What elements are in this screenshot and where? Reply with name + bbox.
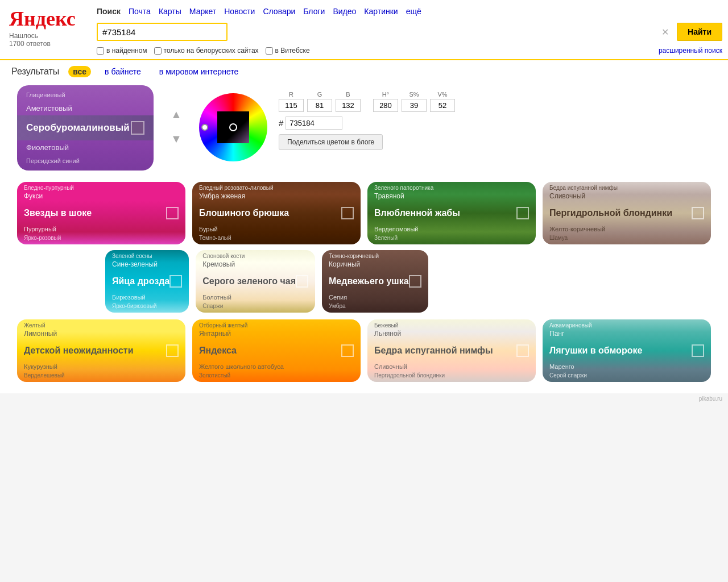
filter-belorussian[interactable]: только на белорусских сайтах <box>154 47 259 55</box>
swatch-card[interactable]: Зеленой сосны Сине-зеленый Яйца дрозда Б… <box>105 250 189 313</box>
swatch-top-label: Темно-коричневый <box>322 250 428 260</box>
nav-market[interactable]: Маркет <box>189 7 216 16</box>
tab-world[interactable]: в мировом интернете <box>155 66 243 77</box>
yandex-logo: Яндекс <box>9 7 82 31</box>
swatch-main-label: Детской неожиданности <box>17 339 185 362</box>
swatches-row1: Бледно-пурпурный Фукси Звезды в шоке Пур… <box>11 182 717 250</box>
advanced-search-link[interactable]: расширенный поиск <box>659 47 722 55</box>
swatch-top-label: Бледный розовато-лиловый <box>192 182 361 192</box>
swatch-color-box <box>516 344 529 357</box>
v-group: V% <box>430 91 455 112</box>
color-name-glycine[interactable]: Глициниевый <box>17 89 154 101</box>
nav-images[interactable]: Картинки <box>364 7 398 16</box>
swatch-card[interactable]: Темно-коричневый Коричный Медвежьего ушк… <box>322 250 428 313</box>
color-name-persian[interactable]: Персидский синий <box>17 155 154 167</box>
swatch-card[interactable]: Бледный розовато-лиловый Умбра жженая Бл… <box>192 182 361 244</box>
swatch-main-label: Лягушки в обмороке <box>543 339 711 362</box>
color-picker-section: Глициниевый Аметистовый Серобуромалиновы… <box>11 85 717 171</box>
color-wheel-wrap[interactable] <box>199 93 267 161</box>
g-input[interactable] <box>307 99 332 112</box>
swatch-color-box <box>341 207 354 219</box>
swatch-mid-label: Панг <box>543 330 711 339</box>
swatch-main-label: Яйца дрозда <box>105 269 189 293</box>
swatch-card[interactable]: Зеленого папоротника Травяной Влюбленной… <box>367 182 536 244</box>
tab-all[interactable]: все <box>68 66 91 77</box>
swatch-bottom-label: Желтого школьного автобуса <box>192 362 361 372</box>
swatch-color-box <box>409 275 421 288</box>
results-label: Результаты <box>11 66 59 77</box>
swatch-lowest-label: Шамуа <box>543 235 711 244</box>
swatch-lowest-label: Темно-алый <box>192 235 361 244</box>
swatch-lowest-label: Зеленый <box>367 235 536 244</box>
color-name-violet[interactable]: Фиолетовый <box>17 140 154 155</box>
swatch-lowest-label: Умбра <box>322 303 428 313</box>
nav-mail[interactable]: Почта <box>129 7 151 16</box>
swatch-bottom-label: Пурпурный <box>17 225 185 235</box>
swatch-card[interactable]: Слоновой кости Кремовый Серого зеленого … <box>196 250 315 313</box>
v-input[interactable] <box>430 99 455 112</box>
arrow-down-icon[interactable]: ▼ <box>171 132 182 146</box>
nav-news[interactable]: Новости <box>224 7 255 16</box>
swatch-lowest-label: Золотистый <box>192 372 361 382</box>
swatch-bottom-label: Кукурузный <box>17 362 185 372</box>
swatch-card[interactable]: Аквамариновый Панг Лягушки в обмороке Ма… <box>543 319 711 382</box>
swatch-bottom-label: Болотный <box>196 293 315 303</box>
r-input[interactable] <box>279 99 304 112</box>
swatch-top-label: Зеленой сосны <box>105 250 189 260</box>
s-input[interactable] <box>402 99 427 112</box>
b-group: B <box>336 91 361 112</box>
swatch-lowest-label: Ярко-розовый <box>17 235 185 244</box>
swatch-card[interactable]: Бедра испуганной нимфы Сливочный Пергидр… <box>543 182 711 244</box>
nav-blogs[interactable]: Блоги <box>303 7 325 16</box>
swatch-lowest-label: Верделешевый <box>17 372 185 382</box>
swatch-main-label: Влюбленной жабы <box>367 201 536 225</box>
swatch-top-label: Желтый <box>17 319 185 330</box>
swatch-mid-label: Фукси <box>17 192 185 201</box>
nav-search[interactable]: Поиск <box>97 7 121 16</box>
arrow-up-icon[interactable]: ▲ <box>171 108 182 121</box>
swatch-card[interactable]: Желтый Лимонный Детской неожиданности Ку… <box>17 319 185 382</box>
nav-more[interactable]: ещё <box>406 7 421 16</box>
color-name-main[interactable]: Серобуромалиновый <box>17 115 154 140</box>
nav-maps[interactable]: Карты <box>159 7 181 16</box>
swatch-lowest-label: Ярко-бирюзовый <box>105 303 189 313</box>
h-group: H° <box>373 91 398 112</box>
swatch-bottom-label: Вердепомовый <box>367 225 536 235</box>
filter-found[interactable]: в найденном <box>97 47 147 55</box>
clear-icon[interactable]: ✕ <box>661 27 669 38</box>
swatch-mid-label: Льняной <box>367 330 536 339</box>
hex-input[interactable] <box>286 117 342 130</box>
nav-dicts[interactable]: Словари <box>263 7 295 16</box>
h-input[interactable] <box>373 99 398 112</box>
s-group: S% <box>402 91 427 112</box>
swatch-main-label: Медвежьего ушка <box>322 269 428 293</box>
search-input[interactable] <box>97 23 228 41</box>
filter-city[interactable]: в Витебске <box>266 47 310 55</box>
logo-area: Яндекс Нашлось 1700 ответов <box>0 3 91 53</box>
r-group: R <box>279 91 304 112</box>
search-button[interactable]: Найти <box>677 23 722 41</box>
color-arrows: ▲ ▼ <box>165 85 188 146</box>
watermark: pikabu.ru <box>0 393 728 404</box>
swatch-card[interactable]: Бледно-пурпурный Фукси Звезды в шоке Пур… <box>17 182 185 244</box>
swatch-color-box <box>166 344 179 357</box>
filter-bar: в найденном только на белорусских сайтах… <box>97 44 722 59</box>
b-input[interactable] <box>336 99 361 112</box>
results-tabs: Результаты все в байнете в мировом интер… <box>11 66 717 77</box>
color-name-amethyst[interactable]: Аметистовый <box>17 101 154 115</box>
nav-video[interactable]: Видео <box>333 7 356 16</box>
swatch-top-label: Бледно-пурпурный <box>17 182 185 192</box>
swatch-color-box <box>169 275 182 288</box>
swatch-card[interactable]: Бежевый Льняной Бедра испуганной нимфы С… <box>367 319 536 382</box>
tab-baynet[interactable]: в байнете <box>100 66 146 77</box>
swatch-main-label: Звезды в шоке <box>17 201 185 225</box>
share-button[interactable]: Поделиться цветом в блоге <box>279 134 383 150</box>
swatch-bottom-label: Сепия <box>322 293 428 303</box>
color-names-widget: Глициниевый Аметистовый Серобуромалиновы… <box>17 85 154 171</box>
swatch-card[interactable]: Отборный желтый Янтарный Яндекса Желтого… <box>192 319 361 382</box>
v-label: V% <box>437 91 447 98</box>
search-input-wrap: ✕ <box>97 23 672 41</box>
swatch-lowest-label: Пергидрольной блондинки <box>367 372 536 382</box>
swatch-bottom-label: Бирюзовый <box>105 293 189 303</box>
results-area: Результаты все в байнете в мировом интер… <box>0 60 728 393</box>
